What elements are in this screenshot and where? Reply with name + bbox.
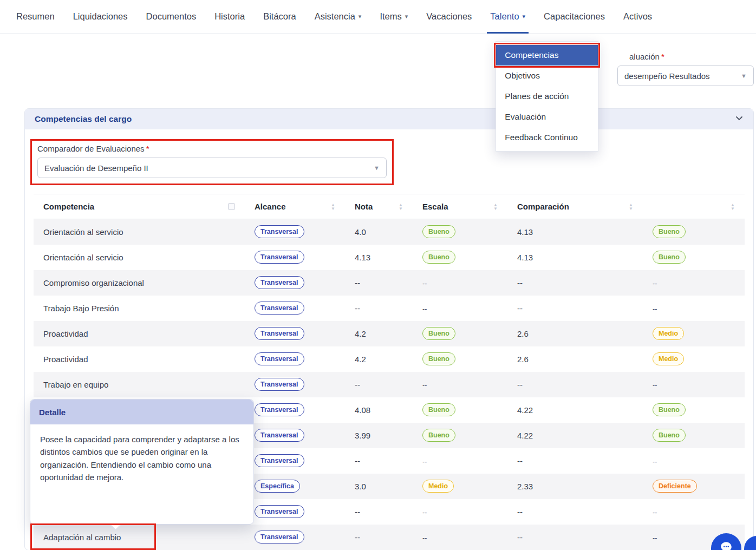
- menu-item-planes-de-accion[interactable]: Planes de acción: [496, 86, 598, 107]
- table-row[interactable]: Compromiso organizacional Transversal --…: [34, 270, 745, 296]
- sort-icon[interactable]: ▲▼: [331, 203, 335, 211]
- comparacion-value: --: [517, 304, 523, 313]
- sort-icon[interactable]: ▲▼: [493, 203, 498, 211]
- comparator-select[interactable]: Evaluación de Desempeño II ▼: [37, 158, 387, 178]
- table-row[interactable]: Orientación al servicio Transversal 4.13…: [34, 245, 745, 270]
- menu-item-feedback-continuo[interactable]: Feedback Continuo: [496, 127, 598, 148]
- evaluacion-field-label: aluación*: [629, 52, 664, 61]
- competencia-text: Orientación al servicio: [43, 227, 123, 237]
- tab-resumen[interactable]: Resumen: [16, 0, 55, 34]
- tab-capacitaciones[interactable]: Capacitaciones: [544, 0, 605, 34]
- tab-liquidaciones[interactable]: Liquidaciones: [73, 0, 128, 34]
- nota-value: --: [355, 380, 360, 389]
- talento-menu: Competencias Objetivos Planes de acción …: [496, 41, 598, 152]
- select-all-checkbox[interactable]: [228, 203, 235, 210]
- competencia-text: Proactividad: [43, 329, 88, 338]
- escala-badge: Bueno: [422, 403, 455, 416]
- chevron-down-icon: ▾: [359, 13, 362, 20]
- select-value: desempeño Resultados: [624, 71, 710, 81]
- nota-value: 4.08: [355, 405, 370, 415]
- nota-value: --: [355, 304, 360, 313]
- scope-badge: Transversal: [255, 429, 304, 442]
- resultado-badge: Bueno: [653, 251, 686, 264]
- resultado-badge: --: [653, 382, 657, 389]
- tab-talento[interactable]: Talento ▾ Competencias Objetivos Planes …: [490, 0, 525, 34]
- tab-label: Activos: [623, 11, 652, 22]
- annotation-red-box: Comparador de Evaluaciones* Evaluación d…: [30, 139, 394, 185]
- tab-documentos[interactable]: Documentos: [146, 0, 197, 34]
- escala-badge: Bueno: [422, 429, 455, 442]
- escala-badge: --: [422, 534, 427, 542]
- resultado-badge: Medio: [653, 327, 684, 340]
- col-comparacion[interactable]: Comparación▲▼: [507, 194, 643, 219]
- comparacion-value: --: [517, 533, 523, 542]
- top-nav: Resumen Liquidaciones Documentos Histori…: [0, 0, 756, 34]
- nota-value: 3.0: [355, 482, 366, 491]
- nota-value: 3.99: [355, 431, 370, 440]
- nota-value: 4.13: [355, 253, 370, 262]
- menu-item-evaluacion[interactable]: Evaluación: [496, 107, 598, 127]
- tab-activos[interactable]: Activos: [623, 0, 652, 34]
- table-row[interactable]: Trabajo en equipo Transversal -- -- -- -…: [34, 372, 745, 397]
- resultado-badge: Deficiente: [653, 480, 697, 493]
- scope-badge: Transversal: [255, 531, 304, 544]
- tab-historia[interactable]: Historia: [214, 0, 245, 34]
- table-row[interactable]: Proactividad Transversal 4.2 Bueno 2.6 M…: [34, 346, 745, 372]
- resultado-badge: Bueno: [653, 403, 686, 416]
- resultado-badge: --: [653, 509, 657, 516]
- scope-badge: Transversal: [255, 454, 304, 467]
- nota-value: --: [355, 507, 360, 516]
- tab-label: Historia: [214, 11, 245, 22]
- resultado-badge: Medio: [653, 352, 684, 365]
- tab-vacaciones[interactable]: Vacaciones: [426, 0, 472, 34]
- nota-value: --: [355, 456, 360, 466]
- nota-value: 4.2: [355, 329, 366, 338]
- table-row[interactable]: Adaptación al cambio Transversal -- -- -…: [34, 525, 745, 550]
- escala-badge: --: [422, 280, 427, 287]
- scope-badge: Específica: [255, 480, 300, 493]
- comparacion-value: 4.22: [517, 431, 533, 440]
- escala-badge: Bueno: [422, 225, 455, 238]
- tab-asistencia[interactable]: Asistencia▾: [315, 0, 362, 34]
- escala-badge: Medio: [422, 480, 454, 493]
- scope-badge: Transversal: [255, 403, 304, 416]
- resultado-badge: --: [653, 305, 657, 313]
- sort-icon[interactable]: ▲▼: [399, 203, 403, 211]
- col-nota[interactable]: Nota▲▼: [345, 194, 413, 219]
- tab-label: Talento: [490, 11, 519, 22]
- tab-label: Items: [380, 11, 401, 22]
- chevron-down-icon[interactable]: [735, 114, 744, 125]
- menu-item-competencias[interactable]: Competencias: [496, 45, 598, 66]
- table-row[interactable]: Orientación al servicio Transversal 4.0 …: [34, 219, 745, 245]
- escala-badge: Bueno: [422, 352, 455, 365]
- detalle-tooltip: Detalle Posee la capacidad para comprend…: [30, 399, 254, 525]
- menu-item-objetivos[interactable]: Objetivos: [496, 66, 598, 86]
- col-escala[interactable]: Escala▲▼: [413, 194, 507, 219]
- tab-label: Liquidaciones: [73, 11, 128, 22]
- tab-label: Documentos: [146, 11, 197, 22]
- tab-label: Asistencia: [315, 11, 355, 22]
- tab-bitacora[interactable]: Bitácora: [263, 0, 296, 34]
- comparacion-value: --: [517, 380, 523, 389]
- competencia-text: Adaptación al cambio: [43, 533, 121, 542]
- resultado-badge: Bueno: [653, 429, 686, 442]
- comparator-label: Comparador de Evaluaciones*: [37, 144, 387, 153]
- scope-badge: Transversal: [255, 251, 304, 264]
- tab-label: Bitácora: [263, 11, 296, 22]
- col-resultado[interactable]: ▲▼: [643, 194, 745, 219]
- nota-value: --: [355, 533, 360, 542]
- tab-items[interactable]: Items▾: [380, 0, 408, 34]
- sort-icon[interactable]: ▲▼: [731, 203, 735, 211]
- required-asterisk: *: [661, 52, 664, 61]
- col-alcance[interactable]: Alcance▲▼: [245, 194, 345, 219]
- table-row[interactable]: Proactividad Transversal 4.2 Bueno 2.6 M…: [34, 321, 745, 346]
- sort-icon[interactable]: ▲▼: [629, 203, 633, 211]
- table-row[interactable]: Trabajo Bajo Presión Transversal -- -- -…: [34, 296, 745, 321]
- resultado-badge: --: [653, 280, 657, 287]
- panel-header[interactable]: Competencias del cargo: [25, 109, 753, 129]
- evaluacion-select[interactable]: desempeño Resultados ▼: [617, 66, 754, 86]
- page: Resumen Liquidaciones Documentos Histori…: [0, 0, 756, 550]
- comparacion-value: --: [517, 278, 523, 287]
- comparacion-value: 2.6: [517, 355, 529, 364]
- competencia-text: Orientación al servicio: [43, 253, 123, 262]
